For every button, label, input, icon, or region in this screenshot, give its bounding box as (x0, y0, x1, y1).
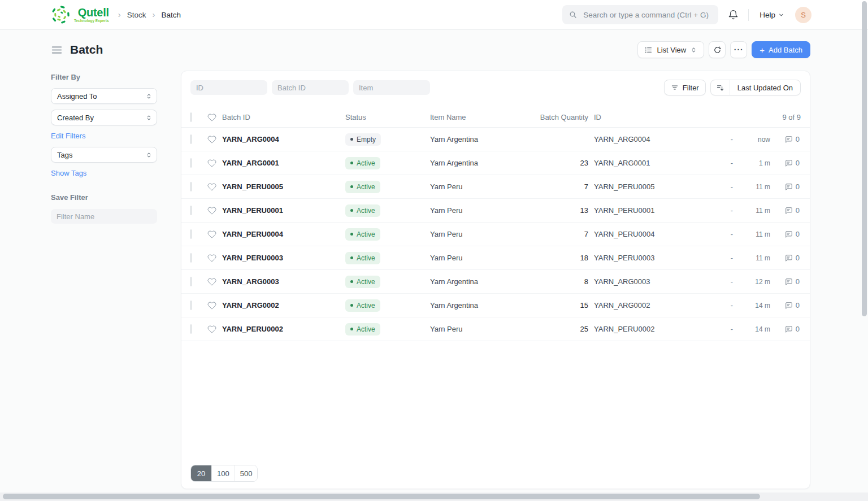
sort-direction-button[interactable] (711, 80, 730, 95)
favorite-icon[interactable] (207, 135, 222, 144)
batch-list-card: Filter Last Updated On (181, 71, 810, 489)
help-menu[interactable]: Help (756, 10, 788, 20)
favorite-icon[interactable] (207, 325, 222, 334)
row-checkbox[interactable] (190, 324, 192, 334)
batch-id-link[interactable]: YARN_ARG0002 (222, 301, 279, 310)
status-text: Active (357, 159, 375, 167)
list-view-icon (644, 46, 653, 54)
assigned-to-label: Assigned To (57, 92, 145, 101)
show-tags-link[interactable]: Show Tags (51, 169, 86, 177)
batch-id-link[interactable]: YARN_ARG0004 (222, 135, 279, 143)
status-text: Active (357, 254, 375, 262)
notifications-button[interactable] (726, 7, 741, 23)
item-name: Yarn Peru (430, 254, 532, 262)
comment-count[interactable]: 0 (770, 230, 801, 238)
horizontal-scrollbar-thumb[interactable] (3, 494, 760, 499)
col-status[interactable]: Status (345, 113, 430, 121)
table-row[interactable]: YARN_ARG0003 Active Yarn Argentina 8 YAR… (181, 270, 810, 294)
filter-item-input[interactable] (353, 80, 430, 95)
app-root: Qutell Technology Experts › Stock › Batc… (0, 0, 868, 501)
filter-name-input[interactable] (51, 209, 157, 224)
table-row[interactable]: YARN_PERU0002 Active Yarn Peru 25 YARN_P… (181, 317, 810, 341)
comment-count[interactable]: 0 (770, 206, 801, 215)
global-search[interactable] (562, 5, 718, 24)
comment-count[interactable]: 0 (770, 182, 801, 191)
item-name: Yarn Peru (430, 206, 532, 215)
list-empty-space (181, 341, 810, 465)
row-id: YARN_ARG0001 (588, 159, 725, 167)
view-selector-button[interactable]: List View (637, 41, 704, 58)
table-row[interactable]: YARN_PERU0001 Active Yarn Peru 13 YARN_P… (181, 199, 810, 223)
comment-count-value: 0 (796, 182, 800, 191)
created-by-select[interactable]: Created By (51, 110, 157, 125)
row-id: YARN_PERU0005 (588, 182, 725, 191)
comment-count[interactable]: 0 (770, 277, 801, 286)
table-row[interactable]: YARN_PERU0005 Active Yarn Peru 7 YARN_PE… (181, 175, 810, 199)
comment-count-value: 0 (796, 135, 800, 143)
comment-count[interactable]: 0 (770, 135, 801, 143)
batch-id-link[interactable]: YARN_ARG0001 (222, 159, 279, 167)
batch-id-link[interactable]: YARN_PERU0003 (222, 254, 283, 262)
favorite-icon[interactable] (207, 277, 222, 286)
select-all-checkbox[interactable] (190, 112, 192, 122)
table-row[interactable]: YARN_PERU0003 Active Yarn Peru 18 YARN_P… (181, 246, 810, 270)
row-checkbox[interactable] (190, 253, 192, 263)
search-input[interactable] (582, 10, 712, 20)
row-checkbox[interactable] (190, 134, 192, 144)
table-row[interactable]: YARN_ARG0001 Active Yarn Argentina 23 YA… (181, 151, 810, 175)
table-row[interactable]: YARN_PERU0004 Active Yarn Peru 7 YARN_PE… (181, 223, 810, 246)
table-row[interactable]: YARN_ARG0002 Active Yarn Argentina 15 YA… (181, 294, 810, 317)
batch-id-link[interactable]: YARN_ARG0003 (222, 277, 279, 286)
user-avatar[interactable]: S (795, 7, 811, 23)
comment-count[interactable]: 0 (770, 159, 801, 167)
more-actions-button[interactable]: ··· (730, 41, 747, 58)
filter-button[interactable]: Filter (664, 80, 706, 95)
row-checkbox[interactable] (190, 229, 192, 239)
batch-quantity: 18 (532, 254, 588, 262)
favorite-icon[interactable] (207, 254, 222, 263)
refresh-button[interactable] (709, 41, 726, 58)
favorite-icon[interactable] (207, 159, 222, 168)
filter-batch-id-input[interactable] (272, 80, 349, 95)
batch-id-link[interactable]: YARN_PERU0002 (222, 325, 283, 333)
menu-icon[interactable] (51, 44, 63, 56)
row-checkbox[interactable] (190, 182, 192, 191)
tags-label: Tags (57, 151, 145, 159)
row-checkbox[interactable] (190, 158, 192, 168)
table-row[interactable]: YARN_ARG0004 Empty Yarn Argentina YARN_A… (181, 128, 810, 151)
add-batch-button[interactable]: + Add Batch (752, 41, 810, 58)
comment-count[interactable]: 0 (770, 254, 801, 262)
breadcrumb-stock[interactable]: Stock (127, 11, 146, 19)
filter-id-input[interactable] (190, 80, 267, 95)
row-checkbox[interactable] (190, 300, 192, 310)
favorite-icon[interactable] (207, 230, 222, 239)
assigned-to-select[interactable]: Assigned To (51, 88, 157, 104)
page-size-20[interactable]: 20 (191, 465, 212, 481)
tags-select[interactable]: Tags (51, 147, 157, 163)
sort-descending-icon (716, 84, 724, 92)
favorite-icon[interactable] (207, 301, 222, 310)
favorite-icon[interactable] (207, 206, 222, 215)
brand-logo[interactable]: Qutell Technology Experts (51, 5, 109, 25)
row-checkbox[interactable] (190, 277, 192, 286)
row-checkbox[interactable] (190, 206, 192, 215)
sort-field-button[interactable]: Last Updated On (730, 80, 800, 95)
page-title-group: Batch (51, 43, 103, 56)
comment-count[interactable]: 0 (770, 325, 801, 333)
col-id[interactable]: ID (594, 113, 601, 121)
favorite-icon[interactable] (207, 182, 222, 191)
comment-count[interactable]: 0 (770, 301, 801, 310)
result-count: 9 of 9 (782, 113, 801, 121)
batch-id-link[interactable]: YARN_PERU0004 (222, 230, 283, 238)
edit-filters-link[interactable]: Edit Filters (51, 132, 85, 140)
col-batch-id[interactable]: Batch ID (222, 113, 345, 121)
breadcrumb-batch[interactable]: Batch (161, 11, 181, 19)
navbar-right: Help S (562, 5, 811, 24)
page-size-100[interactable]: 100 (212, 465, 235, 481)
col-batch-quantity[interactable]: Batch Quantity (532, 113, 588, 121)
batch-id-link[interactable]: YARN_PERU0005 (222, 182, 283, 191)
vertical-scrollbar-thumb[interactable] (862, 1, 867, 316)
col-item-name[interactable]: Item Name (430, 113, 532, 121)
batch-id-link[interactable]: YARN_PERU0001 (222, 206, 283, 215)
page-size-500[interactable]: 500 (235, 465, 258, 481)
